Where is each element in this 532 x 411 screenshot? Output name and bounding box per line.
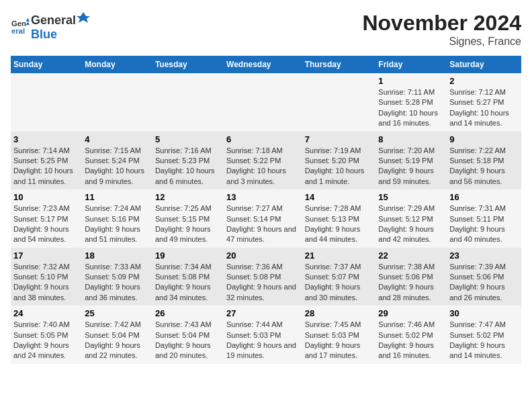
day-number: 23: [449, 250, 519, 261]
logo-icon: Gen eral: [11, 17, 30, 36]
calendar-cell: 6Sunrise: 7:18 AM Sunset: 5:22 PM Daylig…: [224, 132, 302, 190]
day-info: Sunrise: 7:25 AM Sunset: 5:15 PM Dayligh…: [155, 203, 221, 245]
day-info: Sunrise: 7:47 AM Sunset: 5:02 PM Dayligh…: [449, 320, 519, 361]
day-info: Sunrise: 7:22 AM Sunset: 5:18 PM Dayligh…: [449, 146, 519, 187]
calendar-cell: 15Sunrise: 7:29 AM Sunset: 5:12 PM Dayli…: [375, 189, 447, 248]
title-block: November 2024 Signes, France: [362, 11, 521, 48]
day-info: Sunrise: 7:32 AM Sunset: 5:10 PM Dayligh…: [13, 262, 79, 304]
calendar-cell: 8Sunrise: 7:20 AM Sunset: 5:19 PM Daylig…: [375, 132, 447, 190]
day-info: Sunrise: 7:43 AM Sunset: 5:04 PM Dayligh…: [155, 320, 221, 361]
day-info: Sunrise: 7:28 AM Sunset: 5:13 PM Dayligh…: [305, 203, 373, 245]
calendar-cell: 14Sunrise: 7:28 AM Sunset: 5:13 PM Dayli…: [302, 189, 376, 248]
weekday-header: Friday: [375, 56, 447, 73]
day-number: 30: [449, 308, 519, 318]
day-number: 24: [13, 308, 79, 318]
day-info: Sunrise: 7:46 AM Sunset: 5:02 PM Dayligh…: [378, 320, 444, 361]
svg-marker-3: [26, 21, 30, 25]
calendar-header-row: SundayMondayTuesdayWednesdayThursdayFrid…: [11, 56, 521, 73]
day-number: 28: [305, 308, 373, 318]
day-number: 11: [85, 192, 150, 202]
day-info: Sunrise: 7:19 AM Sunset: 5:20 PM Dayligh…: [305, 146, 373, 187]
calendar-cell: 22Sunrise: 7:38 AM Sunset: 5:06 PM Dayli…: [375, 248, 447, 306]
calendar-cell: 20Sunrise: 7:36 AM Sunset: 5:08 PM Dayli…: [224, 248, 302, 306]
svg-marker-2: [26, 18, 30, 21]
calendar-week-row: 1Sunrise: 7:11 AM Sunset: 5:28 PM Daylig…: [11, 73, 521, 132]
day-number: 21: [305, 250, 373, 261]
logo: Gen eral General Blue: [11, 11, 91, 42]
day-info: Sunrise: 7:29 AM Sunset: 5:12 PM Dayligh…: [378, 203, 444, 245]
day-info: Sunrise: 7:24 AM Sunset: 5:16 PM Dayligh…: [85, 203, 150, 245]
calendar-cell: 4Sunrise: 7:15 AM Sunset: 5:24 PM Daylig…: [82, 132, 152, 190]
calendar-week-row: 3Sunrise: 7:14 AM Sunset: 5:25 PM Daylig…: [11, 132, 521, 190]
page-subtitle: Signes, France: [362, 36, 521, 48]
calendar-cell: 28Sunrise: 7:45 AM Sunset: 5:03 PM Dayli…: [302, 306, 376, 364]
calendar-cell: 9Sunrise: 7:22 AM Sunset: 5:18 PM Daylig…: [447, 132, 521, 190]
day-info: Sunrise: 7:44 AM Sunset: 5:03 PM Dayligh…: [226, 320, 300, 361]
day-info: Sunrise: 7:14 AM Sunset: 5:25 PM Dayligh…: [13, 146, 79, 187]
page-title: November 2024: [362, 11, 521, 36]
logo-general: General: [31, 13, 76, 28]
day-number: 22: [378, 250, 444, 261]
day-info: Sunrise: 7:12 AM Sunset: 5:27 PM Dayligh…: [449, 87, 519, 129]
day-info: Sunrise: 7:27 AM Sunset: 5:14 PM Dayligh…: [226, 203, 300, 245]
day-number: 27: [226, 308, 300, 318]
calendar-week-row: 24Sunrise: 7:40 AM Sunset: 5:05 PM Dayli…: [11, 306, 521, 364]
calendar-cell: 3Sunrise: 7:14 AM Sunset: 5:25 PM Daylig…: [11, 132, 82, 190]
day-number: 7: [305, 134, 373, 144]
weekday-header: Monday: [82, 56, 152, 73]
day-number: 4: [85, 134, 150, 144]
day-info: Sunrise: 7:20 AM Sunset: 5:19 PM Dayligh…: [378, 146, 444, 187]
day-number: 3: [13, 134, 79, 144]
calendar-cell: 16Sunrise: 7:31 AM Sunset: 5:11 PM Dayli…: [447, 189, 521, 248]
calendar-cell: 10Sunrise: 7:23 AM Sunset: 5:17 PM Dayli…: [11, 189, 82, 248]
calendar-cell: 26Sunrise: 7:43 AM Sunset: 5:04 PM Dayli…: [152, 306, 224, 364]
calendar-cell: 18Sunrise: 7:33 AM Sunset: 5:09 PM Dayli…: [82, 248, 152, 306]
calendar-cell: 29Sunrise: 7:46 AM Sunset: 5:02 PM Dayli…: [375, 306, 447, 364]
day-number: 2: [449, 76, 519, 86]
calendar-cell: 2Sunrise: 7:12 AM Sunset: 5:27 PM Daylig…: [447, 73, 521, 132]
calendar-cell: [82, 73, 152, 132]
calendar-week-row: 10Sunrise: 7:23 AM Sunset: 5:17 PM Dayli…: [11, 189, 521, 248]
weekday-header: Sunday: [11, 56, 82, 73]
calendar-cell: [302, 73, 376, 132]
calendar-table: SundayMondayTuesdayWednesdayThursdayFrid…: [11, 56, 521, 364]
calendar-cell: [11, 73, 82, 132]
calendar-cell: 11Sunrise: 7:24 AM Sunset: 5:16 PM Dayli…: [82, 189, 152, 248]
day-info: Sunrise: 7:23 AM Sunset: 5:17 PM Dayligh…: [13, 203, 79, 245]
day-number: 18: [85, 250, 150, 261]
day-number: 9: [449, 134, 519, 144]
calendar-cell: 19Sunrise: 7:34 AM Sunset: 5:08 PM Dayli…: [152, 248, 224, 306]
day-number: 12: [155, 192, 221, 202]
calendar-week-row: 17Sunrise: 7:32 AM Sunset: 5:10 PM Dayli…: [11, 248, 521, 306]
day-number: 19: [155, 250, 221, 261]
svg-marker-4: [77, 12, 90, 23]
day-info: Sunrise: 7:31 AM Sunset: 5:11 PM Dayligh…: [449, 203, 519, 245]
calendar-cell: 25Sunrise: 7:42 AM Sunset: 5:04 PM Dayli…: [82, 306, 152, 364]
calendar-cell: [224, 73, 302, 132]
calendar-cell: 17Sunrise: 7:32 AM Sunset: 5:10 PM Dayli…: [11, 248, 82, 306]
day-number: 20: [226, 250, 300, 261]
day-info: Sunrise: 7:42 AM Sunset: 5:04 PM Dayligh…: [85, 320, 150, 361]
weekday-header: Saturday: [447, 56, 521, 73]
calendar-cell: 21Sunrise: 7:37 AM Sunset: 5:07 PM Dayli…: [302, 248, 376, 306]
calendar-cell: 24Sunrise: 7:40 AM Sunset: 5:05 PM Dayli…: [11, 306, 82, 364]
day-info: Sunrise: 7:39 AM Sunset: 5:06 PM Dayligh…: [449, 262, 519, 304]
day-info: Sunrise: 7:34 AM Sunset: 5:08 PM Dayligh…: [155, 262, 221, 304]
weekday-header: Thursday: [302, 56, 376, 73]
day-info: Sunrise: 7:40 AM Sunset: 5:05 PM Dayligh…: [13, 320, 79, 361]
calendar-cell: 12Sunrise: 7:25 AM Sunset: 5:15 PM Dayli…: [152, 189, 224, 248]
logo-blue: Blue: [31, 28, 57, 41]
day-info: Sunrise: 7:11 AM Sunset: 5:28 PM Dayligh…: [378, 87, 444, 129]
day-number: 15: [378, 192, 444, 202]
day-number: 8: [378, 134, 444, 144]
weekday-header: Tuesday: [152, 56, 224, 73]
day-number: 16: [449, 192, 519, 202]
day-info: Sunrise: 7:45 AM Sunset: 5:03 PM Dayligh…: [305, 320, 373, 361]
day-info: Sunrise: 7:37 AM Sunset: 5:07 PM Dayligh…: [305, 262, 373, 304]
day-info: Sunrise: 7:15 AM Sunset: 5:24 PM Dayligh…: [85, 146, 150, 187]
calendar-cell: 13Sunrise: 7:27 AM Sunset: 5:14 PM Dayli…: [224, 189, 302, 248]
weekday-header: Wednesday: [224, 56, 302, 73]
day-number: 5: [155, 134, 221, 144]
day-info: Sunrise: 7:38 AM Sunset: 5:06 PM Dayligh…: [378, 262, 444, 304]
day-info: Sunrise: 7:36 AM Sunset: 5:08 PM Dayligh…: [226, 262, 300, 304]
